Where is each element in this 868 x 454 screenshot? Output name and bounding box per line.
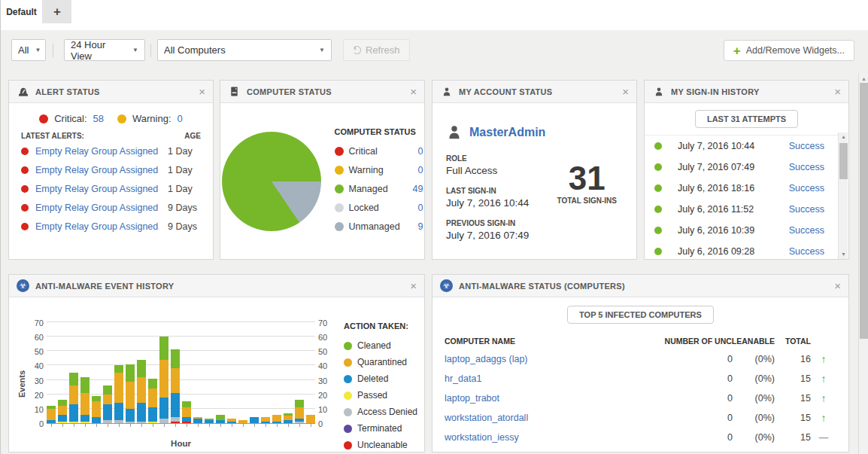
stacked-bar[interactable] bbox=[47, 406, 56, 423]
computer-name-link[interactable]: hr_data1 bbox=[445, 373, 662, 384]
stacked-bar[interactable] bbox=[284, 413, 293, 423]
signin-result-link[interactable]: Success bbox=[789, 162, 824, 172]
bar-segment bbox=[126, 422, 135, 423]
stacked-bar[interactable] bbox=[148, 379, 157, 423]
computers-select[interactable]: All Computers ▼ bbox=[157, 39, 332, 61]
scroll-down-icon[interactable]: ▼ bbox=[839, 250, 848, 259]
stacked-bar[interactable] bbox=[261, 417, 270, 423]
bar-plot-area[interactable] bbox=[47, 323, 315, 424]
alert-link[interactable]: Empty Relay Group Assigned - CA... bbox=[35, 165, 161, 175]
legend-label: Quarantined bbox=[357, 357, 407, 367]
signin-result-link[interactable]: Success bbox=[789, 204, 824, 215]
computer-status-pie-chart[interactable] bbox=[222, 132, 321, 231]
page-scrollbar[interactable]: ▲ bbox=[858, 73, 868, 454]
signin-result-link[interactable]: Success bbox=[789, 183, 824, 193]
bar-segment bbox=[272, 415, 281, 422]
stacked-bar[interactable] bbox=[92, 396, 101, 423]
alert-age: 1 Day bbox=[168, 146, 201, 157]
signin-result-link[interactable]: Success bbox=[789, 246, 824, 257]
critical-count-link[interactable]: 58 bbox=[93, 113, 104, 124]
stacked-bar[interactable] bbox=[126, 364, 135, 423]
legend-item: Deleted bbox=[344, 370, 417, 387]
alert-link[interactable]: Empty Relay Group Assigned - dir... bbox=[35, 221, 161, 232]
close-icon[interactable]: × bbox=[410, 86, 417, 97]
legend-value-link[interactable]: 49 bbox=[413, 184, 423, 194]
stacked-bar[interactable] bbox=[114, 365, 123, 423]
legend-label: Cleaned bbox=[357, 340, 391, 351]
stacked-bar[interactable] bbox=[171, 349, 180, 423]
alert-link[interactable]: Empty Relay Group Assigned - CA... bbox=[35, 184, 161, 194]
toolbar-divider bbox=[150, 44, 151, 57]
legend-value-link[interactable]: 0 bbox=[418, 203, 423, 213]
stacked-bar[interactable] bbox=[238, 420, 247, 423]
last-attempts-button[interactable]: LAST 31 ATTEMPTS bbox=[695, 110, 798, 128]
scrollbar-thumb[interactable] bbox=[860, 83, 868, 339]
signin-row: July 6, 2016 18:16 Success bbox=[645, 178, 848, 199]
username-link[interactable]: MasterAdmin bbox=[469, 126, 545, 139]
stacked-bar[interactable] bbox=[103, 385, 112, 423]
gridline bbox=[47, 321, 315, 322]
close-icon[interactable]: × bbox=[199, 86, 205, 97]
tab-default[interactable]: Default bbox=[1, 0, 43, 23]
alert-siren-icon bbox=[17, 85, 29, 98]
stacked-bar[interactable] bbox=[250, 417, 259, 423]
bar-segment bbox=[103, 395, 112, 404]
add-remove-widgets-button[interactable]: + Add/Remove Widgets... bbox=[724, 40, 854, 61]
legend-label: Uncleanable bbox=[357, 440, 408, 450]
widget-computer-status: COMPUTER STATUS × COMPUTER STATUS Critic… bbox=[220, 80, 425, 260]
stacked-bar[interactable] bbox=[182, 401, 191, 423]
legend-item: Locked 0 bbox=[335, 199, 423, 218]
signin-list-scrollbar[interactable]: ▲ ▼ bbox=[838, 133, 848, 259]
stacked-bar[interactable] bbox=[58, 400, 67, 423]
total-signins: 31 TOTAL SIGN-INS bbox=[557, 162, 617, 205]
close-icon[interactable]: × bbox=[622, 86, 629, 97]
stacked-bar[interactable] bbox=[272, 415, 281, 423]
bar-segment bbox=[284, 420, 293, 423]
widget-signin-history: MY SIGN-IN HISTORY × LAST 31 ATTEMPTS Ju… bbox=[644, 80, 849, 260]
legend-item: Uncleanable bbox=[344, 437, 417, 453]
add-tab-button[interactable]: + bbox=[43, 0, 71, 23]
legend-value-link[interactable]: 0 bbox=[418, 146, 423, 157]
top5-infected-button[interactable]: TOP 5 INFECTED COMPUTERS bbox=[567, 306, 714, 324]
stacked-bar[interactable] bbox=[306, 415, 315, 423]
stacked-bar[interactable] bbox=[227, 419, 236, 423]
unmanaged-dot bbox=[335, 222, 344, 231]
legend-value-link[interactable]: 0 bbox=[418, 165, 423, 175]
alert-age: 1 Day bbox=[168, 165, 201, 175]
legend-value-link[interactable]: 9 bbox=[418, 221, 423, 232]
bar-segment bbox=[159, 419, 168, 423]
computer-name-link[interactable]: workstation_atordall bbox=[445, 413, 662, 423]
warning-count-link[interactable]: 0 bbox=[178, 113, 183, 124]
stacked-bar[interactable] bbox=[295, 400, 304, 423]
alert-link[interactable]: Empty Relay Group Assigned - 19... bbox=[35, 146, 161, 157]
refresh-icon bbox=[353, 46, 361, 54]
stacked-bar[interactable] bbox=[80, 377, 90, 423]
scroll-up-icon[interactable]: ▲ bbox=[839, 133, 848, 142]
malware-icon: ☣ bbox=[440, 279, 453, 292]
y-axis-title: Events bbox=[17, 314, 27, 453]
computer-name-link[interactable]: laptop_adaggs (lap) bbox=[445, 354, 662, 364]
view-select[interactable]: 24 Hour View ▼ bbox=[64, 39, 145, 61]
stacked-bar[interactable] bbox=[216, 415, 225, 423]
close-icon[interactable]: × bbox=[834, 86, 841, 97]
computer-name-link[interactable]: workstation_iessy bbox=[445, 432, 662, 443]
computer-name-link[interactable]: laptop_trabot bbox=[445, 393, 662, 404]
person-icon bbox=[446, 124, 463, 141]
bar-segment bbox=[80, 393, 90, 415]
stacked-bar[interactable] bbox=[137, 360, 146, 423]
signin-result-link[interactable]: Success bbox=[789, 141, 824, 151]
scrollbar-thumb[interactable] bbox=[839, 143, 848, 179]
legend-label: Locked bbox=[349, 203, 379, 213]
bar-segment bbox=[114, 365, 123, 373]
stacked-bar[interactable] bbox=[69, 373, 78, 423]
alert-link[interactable]: Empty Relay Group Assigned - dir... bbox=[35, 203, 161, 213]
widget-header: MY ACCOUNT STATUS × bbox=[432, 81, 636, 103]
signin-result-link[interactable]: Success bbox=[789, 225, 824, 236]
stacked-bar[interactable] bbox=[193, 417, 202, 423]
stacked-bar[interactable] bbox=[159, 337, 168, 423]
close-icon[interactable]: × bbox=[834, 280, 841, 291]
scope-select[interactable]: All ▼ bbox=[11, 39, 46, 61]
stacked-bar[interactable] bbox=[205, 419, 214, 423]
refresh-button[interactable]: Refresh bbox=[343, 39, 410, 61]
close-icon[interactable]: × bbox=[410, 280, 417, 291]
